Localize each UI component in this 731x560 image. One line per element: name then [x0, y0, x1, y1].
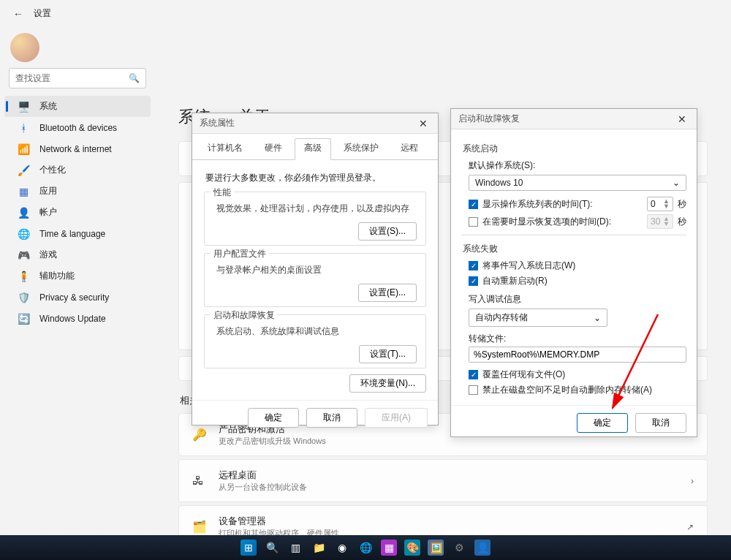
startup-settings-button[interactable]: 设置(T)...: [359, 345, 417, 363]
device-manager-icon: 🗂️: [192, 520, 208, 534]
update-icon: 🔄: [18, 313, 29, 325]
admin-note: 要进行大多数更改，你必须作为管理员登录。: [205, 172, 425, 184]
app-icon-1[interactable]: ▦: [381, 540, 397, 556]
sidebar-item-personalization[interactable]: 🖌️个性化: [4, 159, 151, 181]
recovery-cancel-button[interactable]: 取消: [635, 413, 686, 433]
paint-icon: 🖌️: [18, 164, 29, 176]
system-properties-dialog: 系统属性 ✕ 计算机名 硬件 高级 系统保护 远程 要进行大多数更改，你必须作为…: [192, 113, 439, 425]
accessibility-icon: 🧍: [18, 270, 29, 282]
debug-info-heading: 写入调试信息: [469, 293, 686, 306]
tab-system-protection[interactable]: 系统保护: [334, 138, 388, 159]
no-auto-delete-checkbox[interactable]: [469, 385, 478, 395]
sidebar-item-network[interactable]: 📶Network & internet: [4, 138, 151, 159]
write-event-log-checkbox[interactable]: ✓: [469, 261, 478, 270]
close-icon[interactable]: ✕: [416, 118, 431, 129]
tab-computer-name[interactable]: 计算机名: [198, 138, 252, 159]
remote-icon: 🖧: [192, 474, 208, 488]
debug-info-select[interactable]: 自动内存转储 ⌄: [469, 309, 607, 327]
user-profiles-settings-button[interactable]: 设置(E)...: [358, 284, 417, 302]
apps-icon: ▦: [18, 186, 29, 197]
chrome-icon[interactable]: ◉: [334, 540, 350, 556]
settings-icon[interactable]: ⚙: [451, 540, 467, 556]
overwrite-checkbox[interactable]: ✓: [469, 370, 478, 379]
game-icon: 🎮: [18, 249, 29, 261]
sidebar-item-gaming[interactable]: 🎮游戏: [4, 244, 151, 265]
tab-advanced[interactable]: 高级: [295, 138, 331, 160]
user-icon: 👤: [18, 207, 29, 219]
chevron-right-icon: ›: [691, 476, 694, 486]
show-recovery-options-label: 在需要时显示恢复选项的时间(D):: [482, 216, 647, 228]
default-os-label: 默认操作系统(S):: [469, 159, 686, 172]
search-input[interactable]: 查找设置 🔍: [9, 68, 146, 88]
shield-icon: 🛡️: [18, 292, 29, 303]
startup-recovery-group: 启动和故障恢复 系统启动、系统故障和调试信息 设置(T)...: [204, 314, 426, 368]
user-profiles-group: 用户配置文件 与登录帐户相关的桌面设置 设置(E)...: [204, 253, 426, 307]
sysprop-cancel-button[interactable]: 取消: [306, 408, 357, 428]
app-title: 设置: [34, 7, 51, 20]
sidebar: 🖥️系统 ᚼBluetooth & devices 📶Network & int…: [0, 93, 155, 559]
search-icon: 🔍: [129, 73, 140, 83]
sidebar-item-update[interactable]: 🔄Windows Update: [4, 308, 151, 329]
show-recovery-options-checkbox[interactable]: [469, 217, 478, 227]
app-icon-2[interactable]: 🎨: [404, 540, 420, 556]
close-icon[interactable]: ✕: [675, 113, 689, 125]
system-failure-heading: 系统失败: [463, 243, 685, 255]
chevron-down-icon: ⌄: [594, 313, 601, 323]
show-recovery-seconds-input: 30▲▼: [647, 214, 673, 229]
monitor-icon: 🖥️: [18, 101, 29, 113]
chevron-down-icon: ⌄: [673, 178, 680, 188]
auto-restart-checkbox[interactable]: ✓: [469, 276, 478, 286]
sidebar-item-privacy[interactable]: 🛡️Privacy & security: [4, 287, 151, 308]
sidebar-item-accounts[interactable]: 👤帐户: [4, 202, 151, 223]
start-icon[interactable]: ⊞: [240, 540, 257, 556]
sidebar-item-time-language[interactable]: 🌐Time & language: [4, 223, 151, 244]
wifi-icon: 📶: [18, 143, 29, 155]
search-icon[interactable]: 🔍: [264, 540, 280, 556]
taskbar[interactable]: ⊞ 🔍 ▥ 📁 ◉ 🌐 ▦ 🎨 🖼️ ⚙ 👤: [0, 535, 731, 560]
explorer-icon[interactable]: 📁: [311, 540, 327, 556]
sysprop-apply-button[interactable]: 应用(A): [365, 408, 428, 428]
search-placeholder: 查找设置: [15, 72, 50, 85]
system-startup-heading: 系统启动: [463, 143, 685, 155]
bluetooth-icon: ᚼ: [18, 122, 29, 134]
browser-icon[interactable]: 🌐: [357, 540, 374, 556]
sidebar-item-apps[interactable]: ▦应用: [4, 181, 151, 202]
show-os-list-label: 显示操作系统列表的时间(T):: [482, 198, 647, 211]
recovery-ok-button[interactable]: 确定: [577, 413, 628, 433]
user-avatar[interactable]: [10, 33, 39, 62]
task-view-icon[interactable]: ▥: [287, 540, 303, 556]
sidebar-item-bluetooth[interactable]: ᚼBluetooth & devices: [4, 117, 151, 138]
tab-hardware[interactable]: 硬件: [255, 138, 292, 159]
show-os-list-checkbox[interactable]: ✓: [469, 200, 478, 209]
startup-recovery-dialog: 启动和故障恢复 ✕ 系统启动 默认操作系统(S): Windows 10 ⌄ ✓…: [450, 108, 697, 437]
default-os-select[interactable]: Windows 10 ⌄: [469, 175, 686, 191]
dialog-title: 系统属性: [200, 117, 235, 129]
tab-remote[interactable]: 远程: [391, 138, 428, 159]
sidebar-item-accessibility[interactable]: 🧍辅助功能: [4, 265, 151, 287]
back-arrow-icon[interactable]: ←: [13, 8, 23, 20]
app-icon-3[interactable]: 🖼️: [428, 540, 444, 556]
dump-file-input[interactable]: [469, 347, 686, 363]
dialog-title: 启动和故障恢复: [458, 113, 520, 125]
show-os-list-seconds-input[interactable]: 0▲▼: [647, 197, 673, 211]
performance-group: 性能 视觉效果，处理器计划，内存使用，以及虚拟内存 设置(S)...: [204, 192, 426, 246]
app-icon-4[interactable]: 👤: [474, 540, 491, 556]
env-vars-button[interactable]: 环境变量(N)...: [349, 374, 426, 393]
globe-icon: 🌐: [18, 228, 29, 240]
external-link-icon: ↗: [686, 522, 694, 532]
tabs: 计算机名 硬件 高级 系统保护 远程: [192, 134, 438, 160]
dump-file-label: 转储文件:: [469, 333, 686, 345]
sysprop-ok-button[interactable]: 确定: [248, 408, 299, 428]
performance-settings-button[interactable]: 设置(S)...: [358, 222, 417, 241]
related-remote-desktop[interactable]: 🖧 远程桌面 从另一台设备控制此设备 ›: [178, 459, 708, 502]
sidebar-item-system[interactable]: 🖥️系统: [4, 96, 151, 117]
